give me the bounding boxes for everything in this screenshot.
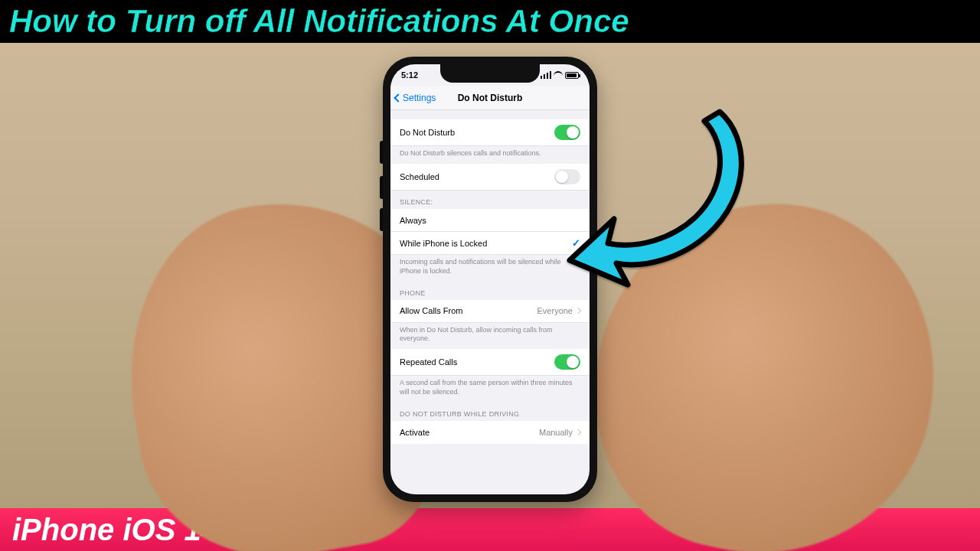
row-repeated-calls[interactable]: Repeated Calls bbox=[390, 349, 590, 376]
hand-right bbox=[564, 171, 967, 551]
row-label: Scheduled bbox=[400, 172, 439, 181]
row-label: Activate bbox=[400, 428, 430, 437]
row-value: Manually bbox=[539, 428, 573, 437]
row-label: Always bbox=[400, 216, 426, 225]
row-do-not-disturb[interactable]: Do Not Disturb bbox=[390, 119, 590, 146]
row-value: Everyone bbox=[537, 306, 573, 315]
notch bbox=[440, 64, 540, 83]
status-time: 5:12 bbox=[401, 70, 418, 80]
row-label: Repeated Calls bbox=[400, 357, 457, 367]
page-title: Do Not Disturb bbox=[458, 93, 523, 103]
chevron-right-icon bbox=[575, 308, 581, 314]
toggle-repeated-calls[interactable] bbox=[554, 354, 580, 370]
back-button[interactable]: Settings bbox=[395, 93, 436, 103]
row-activate[interactable]: Activate Manually bbox=[390, 421, 590, 444]
phone-header: PHONE bbox=[390, 282, 590, 300]
video-title-banner: How to Turn off All Notifications At Onc… bbox=[0, 0, 980, 43]
repeated-footer: A second call from the same person withi… bbox=[390, 376, 590, 403]
iphone-screen: 5:12 Settings Do Not Disturb Do Not Dist… bbox=[390, 64, 590, 494]
settings-list: Do Not Disturb Do Not Disturb silences c… bbox=[390, 110, 590, 444]
dnd-footer: Do Not Disturb silences calls and notifi… bbox=[390, 146, 590, 164]
row-label: Do Not Disturb bbox=[400, 128, 455, 137]
toggle-do-not-disturb[interactable] bbox=[554, 125, 580, 140]
nav-bar: Settings Do Not Disturb bbox=[390, 86, 590, 110]
toggle-scheduled[interactable] bbox=[554, 169, 580, 184]
row-silence-always[interactable]: Always bbox=[390, 209, 590, 232]
back-label: Settings bbox=[403, 93, 436, 103]
wifi-icon bbox=[554, 71, 563, 79]
cellular-icon bbox=[541, 71, 551, 79]
row-allow-calls[interactable]: Allow Calls From Everyone bbox=[390, 300, 590, 323]
row-silence-locked[interactable]: While iPhone is Locked ✓ bbox=[390, 232, 590, 255]
checkmark-icon: ✓ bbox=[572, 237, 580, 249]
thumbnail-photo: 5:12 Settings Do Not Disturb Do Not Dist… bbox=[0, 43, 980, 508]
driving-header: DO NOT DISTURB WHILE DRIVING bbox=[390, 403, 590, 421]
chevron-right-icon bbox=[575, 429, 581, 435]
iphone-frame: 5:12 Settings Do Not Disturb Do Not Dist… bbox=[383, 57, 597, 502]
row-label: Allow Calls From bbox=[400, 306, 463, 315]
battery-icon bbox=[565, 72, 579, 79]
chevron-left-icon bbox=[394, 93, 402, 102]
row-scheduled[interactable]: Scheduled bbox=[390, 164, 590, 191]
silence-footer: Incoming calls and notifications will be… bbox=[390, 255, 590, 282]
allow-footer: When in Do Not Disturb, allow incoming c… bbox=[390, 323, 590, 350]
silence-header: SILENCE: bbox=[390, 191, 590, 209]
row-label: While iPhone is Locked bbox=[400, 239, 487, 248]
